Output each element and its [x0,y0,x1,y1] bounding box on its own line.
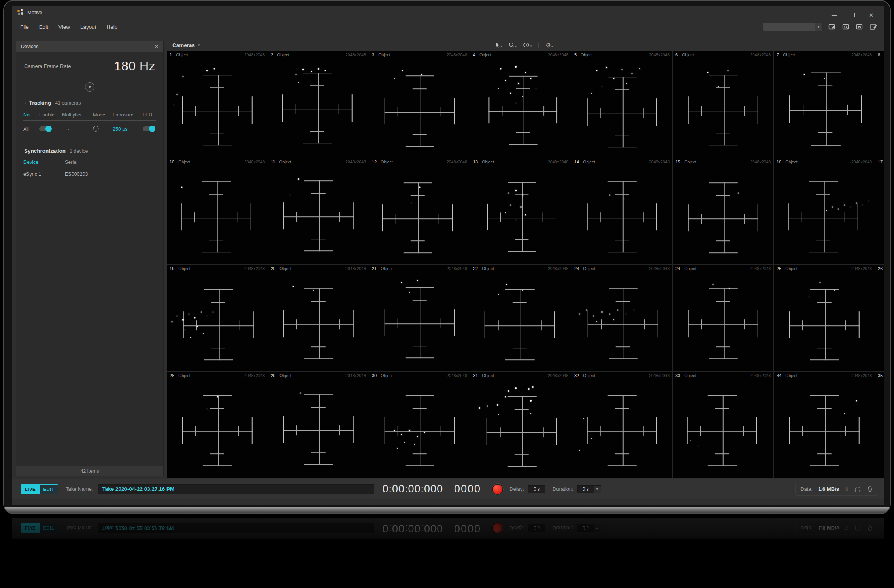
marker-dot [850,207,851,207]
pane-overflow-menu-icon[interactable]: ⋯ [872,41,878,49]
camera-tile-header: 28 Object 2048x2048 [167,372,268,379]
camera-number: 31 [473,373,478,378]
camera-tile[interactable]: 17 Object 2048x2048 [875,158,884,265]
menu-help[interactable]: Help [102,24,123,30]
camera-tile[interactable]: 14 Object 2048x2048 [571,158,673,265]
enable-toggle[interactable] [39,126,51,131]
camera-tile[interactable]: 29 Object 2048x2048 [268,372,369,478]
camera-tile[interactable]: 33 Object 2048x2048 [673,372,774,478]
camera-view [369,379,470,478]
camera-tile[interactable]: 5 Object 2048x2048 [571,51,673,158]
col-enable[interactable]: Enable [39,112,62,120]
menu-edit[interactable]: Edit [34,24,53,30]
camera-tile[interactable]: 2 Object 2048x2048 [268,51,369,158]
camera-mode-label: Object [785,266,797,271]
camera-tile[interactable]: 11 Object 2048x2048 [268,158,369,265]
camera-tile[interactable]: 7 Object 2048x2048 [774,51,875,158]
marker-dot [832,207,833,208]
camera-tile[interactable]: 20 Object 2048x2048 [268,265,369,372]
camera-tile[interactable]: 10 Object 2048x2048 [167,158,268,265]
camera-tile[interactable]: 26 Object 2048x2048 [875,265,884,372]
camera-tile[interactable]: 31 Object 2048x2048 [470,372,571,478]
camera-tile[interactable]: 8 Object 2048x2048 [875,51,884,158]
camera-tile[interactable]: 28 Object 2048x2048 [167,372,268,478]
visibility-tool-button[interactable]: ▾ [523,42,532,48]
col-device[interactable]: Device [23,160,65,168]
cameras-pane-title[interactable]: Cameras [172,42,195,48]
notes-panel-icon[interactable] [869,23,878,31]
camera-tile[interactable]: 4 Object 2048x2048 [470,51,571,158]
camera-tile[interactable]: 32 Object 2048x2048 [571,372,673,478]
duration-dropdown[interactable]: 0 s ▾ [577,485,601,493]
camera-tile[interactable]: 35 Object 2048x2048 [875,372,884,478]
camera-tile[interactable]: 15 Object 2048x2048 [673,158,774,265]
minimize-button[interactable]: — [832,13,837,18]
menu-file[interactable]: File [15,24,34,30]
col-exposure[interactable]: Exposure [113,112,143,120]
combo-caret-icon[interactable]: ▾ [815,23,822,31]
camera-tile[interactable]: 23 Object 2048x2048 [571,265,673,372]
camera-tile[interactable]: 13 Object 2048x2048 [470,158,571,265]
expander-button[interactable]: ▾ [85,82,94,92]
layout-combo-box[interactable]: ▾ [763,23,823,31]
camera-mode-label: Object [785,373,797,378]
marker-dot [634,310,634,310]
layout-toolbar: ▾ [763,23,878,31]
maximize-button[interactable] [851,13,855,17]
edit-button[interactable]: EDIT [40,485,58,494]
close-button[interactable]: ✕ [869,13,873,18]
camera-tile[interactable]: 25 Object 2048x2048 [774,265,875,372]
camera-view [774,166,875,265]
take-name-input[interactable] [98,484,374,494]
marker-dot [510,205,511,206]
camera-tile[interactable]: 3 Object 2048x2048 [369,51,470,158]
camera-tile[interactable]: 22 Object 2048x2048 [470,265,571,372]
zoom-tool-button[interactable]: ▾ [508,42,517,48]
tracking-section-header[interactable]: › Tracking 41 cameras [24,100,163,106]
frame-rate-value[interactable]: 180 Hz [114,59,155,73]
col-no[interactable]: No. [23,112,39,120]
camera-tile[interactable]: 1 Object 2048x2048 [167,51,268,158]
menu-layout[interactable]: Layout [75,24,102,30]
camera-panel-icon[interactable] [856,23,864,31]
settings-tool-button[interactable]: ⚙ ▾ [546,42,553,48]
delay-value-field[interactable]: 0 s [528,485,545,493]
cameras-pane: Cameras ▾ ▾ ▾ [167,35,884,478]
camera-tile[interactable]: 12 Object 2048x2048 [369,158,470,265]
select-tool-button[interactable]: ▾ [494,42,502,48]
camera-tile[interactable]: 30 Object 2048x2048 [369,372,470,478]
col-led[interactable]: LED [143,112,157,120]
menu-view[interactable]: View [53,24,75,30]
exposure-value[interactable]: 250 µs [113,126,143,132]
marker-dot [586,309,587,310]
led-toggle[interactable] [143,126,155,131]
view-panel-icon[interactable] [842,23,851,31]
object-mode-icon[interactable] [93,126,99,132]
live-button[interactable]: LIVE [21,485,40,494]
synchronization-section-header[interactable]: Synchronization 1 device [24,148,163,154]
marker-dot [505,212,506,213]
sync-device-row[interactable]: eSync 1 ES000203 [23,168,156,180]
devices-close-icon[interactable]: ✕ [155,44,158,49]
camera-tile[interactable]: 19 Object 2048x2048 [167,265,268,372]
marker-dot [394,430,395,431]
record-button[interactable] [493,485,502,494]
camera-view [470,59,571,158]
notifications-bell-icon[interactable] [867,486,873,492]
camera-tile[interactable]: 21 Object 2048x2048 [369,265,470,372]
camera-number: 15 [675,160,680,164]
edit-panel-icon[interactable] [828,23,837,31]
camera-tile[interactable]: 34 Object 2048x2048 [774,372,875,478]
camera-view [673,59,773,158]
col-serial[interactable]: Serial [65,160,156,168]
col-multiplier[interactable]: Multiplier [62,112,93,120]
cameras-dropdown-caret-icon[interactable]: ▾ [198,43,200,47]
data-updown-icon[interactable]: ⇅ [845,487,849,492]
marker-dot [311,71,312,72]
col-mode[interactable]: Mode [93,112,113,120]
audio-monitor-icon[interactable] [854,486,861,492]
camera-tile[interactable]: 6 Object 2048x2048 [673,51,774,158]
camera-tile[interactable]: 24 Object 2048x2048 [673,265,774,372]
camera-tile[interactable]: 16 Object 2048x2048 [774,158,875,265]
camera-mode-label: Object [178,160,190,164]
